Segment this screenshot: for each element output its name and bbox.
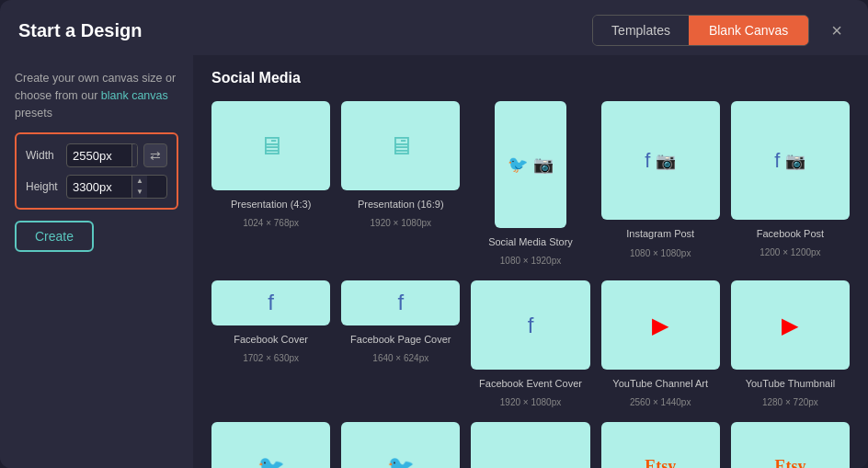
template-item[interactable]: Etsy Etsy Big Banner	[601, 422, 720, 468]
width-up-button[interactable]: ▲	[132, 144, 138, 155]
template-thumb-twitter-header: 🐦	[341, 422, 460, 468]
template-thumb-fb-page-cover: f	[341, 280, 460, 325]
width-row: Width ▲ ▼ ⇄	[26, 143, 167, 167]
template-thumb-story: 🐦 📷	[495, 101, 566, 228]
template-size: 1702 × 630px	[243, 353, 299, 363]
tab-blank-canvas[interactable]: Blank Canvas	[689, 16, 808, 45]
template-size: 1024 × 768px	[243, 218, 299, 228]
height-down-button[interactable]: ▼	[132, 187, 147, 198]
modal-title: Start a Design	[18, 20, 142, 41]
height-row: Height ▲ ▼	[26, 175, 167, 199]
template-name: Facebook Event Cover	[479, 377, 582, 390]
template-thumb-etsy-big: Etsy	[601, 422, 720, 468]
template-thumb-fb-event: f	[471, 280, 589, 370]
template-thumb-fb-cover: f	[211, 280, 330, 325]
tab-templates[interactable]: Templates	[593, 16, 689, 45]
template-thumb-yt-channel: ▶	[601, 280, 720, 370]
template-name: Social Media Story	[488, 235, 573, 248]
template-thumb-yt-thumbnail: ▶	[731, 280, 850, 370]
template-name: YouTube Thumbnail	[746, 377, 835, 390]
height-input-wrap: ▲ ▼	[66, 175, 167, 199]
height-input[interactable]	[67, 177, 131, 198]
templates-grid: 🖥 Presentation (4:3) 1024 × 768px 🖥 Pres…	[211, 101, 850, 468]
template-item[interactable]: 🐦 Twitter Header	[341, 422, 460, 468]
template-item[interactable]: f Facebook Cover 1702 × 630px	[211, 280, 330, 407]
sidebar: Create your own canvas size or choose fr…	[0, 55, 193, 468]
template-thumb-presentation-169: 🖥	[341, 101, 460, 190]
template-thumb-facebook-post: f 📷	[731, 101, 850, 220]
template-thumb-instagram: f 📷	[601, 101, 720, 220]
template-name: Facebook Page Cover	[350, 333, 451, 346]
template-size: 2560 × 1440px	[630, 397, 691, 407]
create-button[interactable]: Create	[15, 221, 94, 252]
template-item[interactable]: 🐦 Twitter Post	[211, 422, 330, 468]
height-label: Height	[26, 180, 61, 193]
template-size: 1200 × 1200px	[760, 247, 820, 257]
template-item[interactable]: 🖥 Presentation (16:9) 1920 × 1080px	[341, 101, 460, 266]
template-size: 1920 × 1080px	[371, 218, 431, 228]
width-down-button[interactable]: ▼	[132, 155, 138, 166]
tab-group: Templates Blank Canvas	[592, 15, 809, 46]
template-item[interactable]: 📌 Pinterest Pin	[471, 422, 589, 468]
template-name: Facebook Cover	[234, 333, 308, 346]
template-item[interactable]: Etsy Etsy Mini Banner	[731, 422, 850, 468]
template-size: 1080 × 1920px	[500, 256, 561, 266]
swap-dimensions-button[interactable]: ⇄	[143, 143, 167, 167]
height-up-button[interactable]: ▲	[132, 176, 147, 187]
template-item[interactable]: 🐦 📷 Social Media Story 1080 × 1920px	[471, 101, 589, 266]
template-size: 1080 × 1080px	[630, 248, 691, 258]
template-name: Instagram Post	[626, 227, 694, 240]
template-item[interactable]: ▶ YouTube Thumbnail 1280 × 720px	[731, 280, 850, 407]
template-item[interactable]: f Facebook Event Cover 1920 × 1080px	[471, 280, 589, 407]
template-name: Facebook Post	[757, 227, 824, 240]
sidebar-description: Create your own canvas size or choose fr…	[15, 70, 178, 121]
template-item[interactable]: ▶ YouTube Channel Art 2560 × 1440px	[601, 280, 720, 407]
section-title: Social Media	[211, 70, 850, 86]
close-button[interactable]: ×	[824, 17, 850, 45]
dimensions-group: Width ▲ ▼ ⇄ Height ▲	[15, 132, 178, 210]
template-thumb-twitter-post: 🐦	[211, 422, 330, 468]
template-name: Presentation (16:9)	[358, 198, 444, 211]
template-name: YouTube Channel Art	[612, 377, 708, 390]
content-area: Social Media 🖥 Presentation (4:3) 1024 ×…	[193, 55, 868, 468]
modal-body: Create your own canvas size or choose fr…	[0, 55, 868, 468]
blank-canvas-link[interactable]: blank canvas	[101, 89, 168, 102]
template-size: 1920 × 1080px	[500, 397, 561, 407]
template-thumb-etsy-mini: Etsy	[731, 422, 850, 468]
template-item[interactable]: 🖥 Presentation (4:3) 1024 × 768px	[211, 101, 330, 266]
width-spinners: ▲ ▼	[131, 144, 138, 166]
width-label: Width	[26, 149, 61, 162]
modal-header: Start a Design Templates Blank Canvas ×	[0, 0, 868, 55]
template-item[interactable]: f 📷 Facebook Post 1200 × 1200px	[731, 101, 850, 266]
template-thumb-presentation-43: 🖥	[211, 101, 330, 190]
template-thumb-pinterest: 📌	[471, 422, 589, 468]
width-input[interactable]	[67, 145, 131, 166]
template-name: Presentation (4:3)	[231, 198, 311, 211]
height-spinners: ▲ ▼	[131, 176, 147, 198]
width-input-wrap: ▲ ▼	[66, 143, 138, 167]
template-item[interactable]: f 📷 Instagram Post 1080 × 1080px	[601, 101, 720, 266]
template-item[interactable]: f Facebook Page Cover 1640 × 624px	[341, 280, 460, 407]
template-size: 1640 × 624px	[372, 353, 428, 363]
template-size: 1280 × 720px	[762, 397, 818, 407]
start-design-modal: Start a Design Templates Blank Canvas × …	[0, 0, 868, 468]
